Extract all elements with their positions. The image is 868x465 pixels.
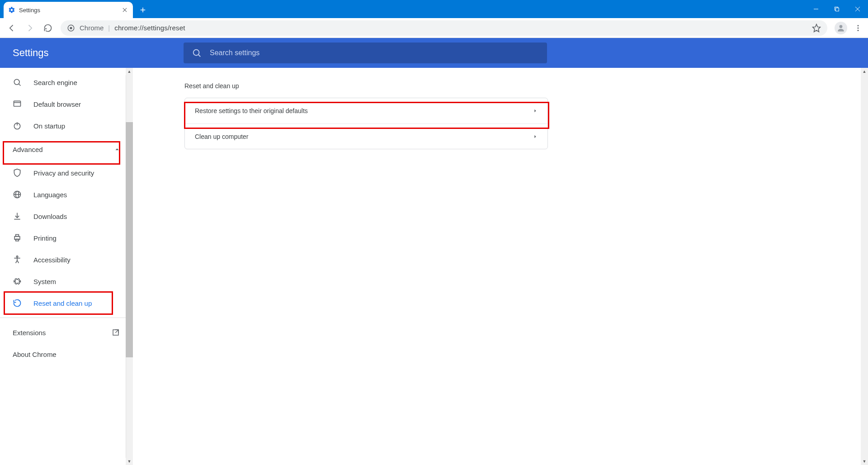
- search-icon: [192, 48, 202, 58]
- svg-rect-32: [16, 235, 19, 237]
- svg-point-14: [858, 25, 859, 26]
- section-title: Reset and clean up: [184, 82, 868, 90]
- sidebar-divider: [0, 318, 132, 318]
- settings-sidebar: Search engine Default browser On startup…: [0, 68, 133, 465]
- settings-search[interactable]: Search settings: [184, 43, 547, 63]
- svg-marker-42: [534, 135, 536, 138]
- settings-main: Reset and clean up Restore settings to t…: [133, 68, 868, 465]
- svg-marker-25: [116, 148, 119, 150]
- row-label: Restore settings to their original defau…: [195, 107, 308, 114]
- svg-rect-21: [14, 101, 21, 106]
- svg-marker-41: [534, 109, 536, 113]
- sidebar-item-accessibility[interactable]: Accessibility: [0, 249, 132, 270]
- svg-rect-6: [836, 8, 839, 11]
- minimize-button[interactable]: [806, 0, 826, 18]
- sidebar-item-label: Printing: [33, 234, 57, 242]
- forward-button[interactable]: [22, 20, 38, 36]
- settings-body: Search engine Default browser On startup…: [0, 68, 868, 465]
- sidebar-item-label: Downloads: [33, 213, 67, 220]
- chrome-icon: [67, 24, 75, 32]
- reload-button[interactable]: [40, 20, 56, 36]
- svg-point-17: [193, 50, 199, 56]
- sidebar-item-label: About Chrome: [13, 351, 57, 358]
- sidebar-item-default-browser[interactable]: Default browser: [0, 93, 132, 115]
- svg-line-20: [19, 84, 21, 86]
- sidebar-item-label: Search engine: [33, 79, 77, 86]
- sidebar-item-downloads[interactable]: Downloads: [0, 205, 132, 227]
- sidebar-item-on-startup[interactable]: On startup: [0, 115, 132, 137]
- browser-toolbar: Chrome | chrome://settings/reset: [0, 18, 868, 38]
- svg-rect-33: [16, 239, 19, 241]
- row-restore-defaults[interactable]: Restore settings to their original defau…: [185, 98, 547, 123]
- back-button[interactable]: [4, 20, 20, 36]
- svg-point-19: [14, 79, 19, 85]
- settings-app: Settings Search settings Search engine D…: [0, 38, 868, 465]
- reset-card: Restore settings to their original defau…: [184, 98, 548, 149]
- svg-line-38: [17, 261, 19, 263]
- new-tab-button[interactable]: [136, 3, 150, 17]
- row-clean-up-computer[interactable]: Clean up computer: [185, 123, 547, 149]
- svg-point-13: [840, 25, 843, 28]
- sidebar-item-languages[interactable]: Languages: [0, 184, 132, 205]
- sidebar-scrollbar[interactable]: ▲ ▼: [126, 68, 133, 465]
- row-label: Clean up computer: [195, 133, 248, 140]
- close-window-button[interactable]: [847, 0, 868, 18]
- sidebar-item-label: Privacy and security: [33, 169, 94, 177]
- window-titlebar: Settings: [0, 0, 868, 18]
- sidebar-item-about[interactable]: About Chrome: [0, 343, 132, 365]
- window-controls: [806, 0, 868, 18]
- chevron-right-icon: [533, 107, 538, 114]
- svg-point-16: [858, 29, 859, 31]
- gear-icon: [8, 6, 15, 14]
- sidebar-item-label: On startup: [33, 122, 65, 130]
- open-in-new-icon: [112, 328, 120, 337]
- omnibox-url: chrome://settings/reset: [114, 24, 185, 32]
- sidebar-item-extensions[interactable]: Extensions: [0, 322, 132, 343]
- omnibox-scheme-label: Chrome: [80, 24, 104, 32]
- sidebar-item-printing[interactable]: Printing: [0, 227, 132, 249]
- sidebar-item-label: Default browser: [33, 100, 81, 108]
- chevron-right-icon: [533, 133, 538, 140]
- scrollbar-thumb[interactable]: [126, 122, 133, 357]
- main-scrollbar[interactable]: ▲ ▼: [861, 68, 868, 465]
- svg-marker-12: [813, 24, 821, 32]
- sidebar-item-label: System: [33, 278, 56, 285]
- sidebar-item-label: Reset and clean up: [33, 299, 92, 307]
- browser-tab[interactable]: Settings: [4, 2, 133, 18]
- svg-point-34: [16, 256, 18, 257]
- browser-menu-button[interactable]: [852, 20, 864, 36]
- scroll-up-icon[interactable]: ▲: [861, 68, 868, 75]
- bookmark-star-icon[interactable]: [812, 24, 821, 33]
- close-tab-icon[interactable]: [121, 6, 128, 14]
- svg-line-40: [115, 330, 118, 333]
- address-bar[interactable]: Chrome | chrome://settings/reset: [61, 20, 827, 36]
- svg-line-18: [198, 55, 200, 57]
- sidebar-item-label: Languages: [33, 191, 67, 199]
- sidebar-item-system[interactable]: System: [0, 270, 132, 292]
- svg-point-15: [858, 27, 859, 28]
- sidebar-item-search-engine[interactable]: Search engine: [0, 71, 132, 93]
- sidebar-advanced-toggle[interactable]: Advanced: [0, 137, 132, 162]
- advanced-label: Advanced: [13, 146, 43, 153]
- sidebar-item-label: Extensions: [13, 329, 46, 337]
- maximize-button[interactable]: [826, 0, 847, 18]
- profile-avatar[interactable]: [835, 22, 847, 34]
- scroll-down-icon[interactable]: ▼: [861, 458, 868, 465]
- search-placeholder: Search settings: [210, 49, 259, 57]
- sidebar-item-label: Accessibility: [33, 256, 71, 264]
- svg-point-11: [70, 27, 72, 29]
- sidebar-item-reset[interactable]: Reset and clean up: [0, 292, 132, 314]
- omnibox-separator: |: [108, 24, 110, 32]
- sidebar-item-privacy[interactable]: Privacy and security: [0, 162, 132, 184]
- svg-line-37: [16, 261, 17, 263]
- scroll-up-icon[interactable]: ▲: [126, 68, 133, 75]
- scroll-down-icon[interactable]: ▼: [126, 458, 133, 465]
- tab-title: Settings: [19, 7, 118, 14]
- chevron-up-icon: [114, 146, 120, 153]
